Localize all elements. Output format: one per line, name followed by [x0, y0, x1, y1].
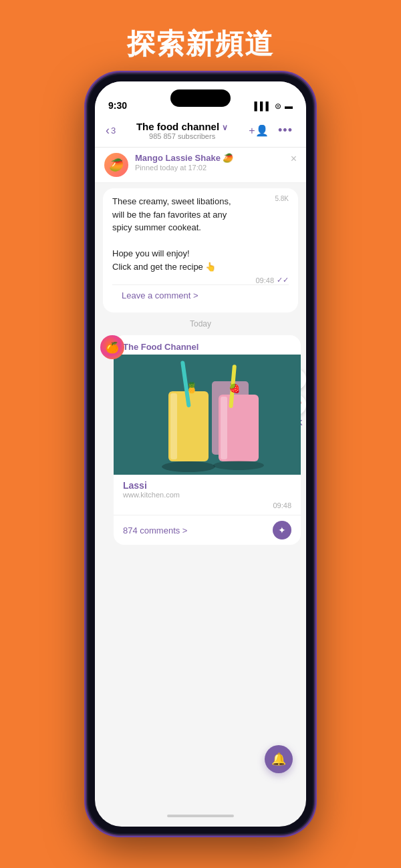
msg-line5: Hope you will enjoy! [112, 248, 190, 258]
pinned-content: Mango Lassie Shake 🥭 Pinned today at 17:… [135, 153, 297, 172]
more-icon: ••• [278, 124, 293, 138]
message-text: These creamy, sweet libations, will be t… [112, 195, 289, 273]
post-comments-row: 874 comments > ✦ [114, 515, 301, 545]
status-icons: ▌▌▌ ⊜ ▬ [254, 101, 293, 111]
add-member-button[interactable]: +👤 [249, 120, 269, 140]
post-content: The Food Channel [114, 335, 301, 545]
msg-line1: These creamy, sweet libations, [112, 196, 231, 206]
post-avatar-emoji: 🍊 [106, 341, 119, 354]
back-button[interactable]: ‹ 3 [106, 124, 116, 138]
date-divider: Today [95, 319, 306, 329]
first-message-bubble: 5.8K These creamy, sweet libations, will… [103, 188, 298, 312]
msg-line6: Click and get the recipe 👆 [112, 262, 216, 272]
msg-line3: spicy summer cookeat. [112, 222, 201, 232]
post-image: 🍍 🍓 [114, 355, 301, 475]
signal-icon: ▌▌▌ [254, 101, 271, 111]
svg-text:🍍: 🍍 [185, 381, 198, 394]
pinned-avatar: 🥭 [104, 153, 128, 177]
svg-point-12 [213, 461, 264, 470]
back-chevron-icon: ‹ [106, 124, 110, 138]
subscriber-count: 985 857 subscribers [116, 132, 249, 140]
message-check-icon: ✓✓ [277, 276, 289, 284]
post-link-title[interactable]: Lassi [123, 480, 291, 491]
msg-line2: will be the fan favorites at any [112, 210, 227, 220]
phone-frame: 9:30 ▌▌▌ ⊜ ▬ ‹ 3 The food channel ∨ [87, 73, 314, 835]
channel-post: 🍊 ❤️ 6.4K [100, 335, 301, 545]
channel-name[interactable]: The food channel ∨ [116, 121, 249, 132]
chat-area: 5.8K These creamy, sweet libations, will… [95, 183, 306, 550]
channel-header: ‹ 3 The food channel ∨ 985 857 subscribe… [95, 115, 306, 148]
add-member-icon: +👤 [249, 124, 268, 137]
notification-fab[interactable]: 🔔 [265, 745, 293, 773]
message-time-row: 09:48 ✓✓ [112, 276, 289, 284]
pinned-close-icon[interactable]: × [291, 153, 297, 165]
dynamic-island [170, 89, 231, 107]
header-center: The food channel ∨ 985 857 subscribers [116, 121, 249, 140]
pinned-subtitle: Pinned today at 17:02 [135, 164, 297, 172]
header-actions: +👤 ••• [249, 120, 295, 140]
post-footer: Lassi www.kitchen.com 09:48 [114, 475, 301, 515]
page-title: 探索新頻道 [0, 0, 401, 63]
svg-point-11 [162, 461, 215, 472]
home-bar [167, 815, 234, 817]
star-icon: ✦ [278, 525, 286, 535]
pinned-message-banner[interactable]: 🥭 Mango Lassie Shake 🥭 Pinned today at 1… [95, 148, 306, 183]
back-count: 3 [111, 126, 116, 136]
svg-rect-6 [221, 397, 227, 459]
pinned-title: Mango Lassie Shake 🥭 [135, 153, 297, 163]
svg-rect-4 [170, 393, 177, 459]
svg-text:🍓: 🍓 [229, 383, 241, 394]
post-avatar: 🍊 [100, 335, 124, 359]
smoothie-scene: 🍍 🍓 [114, 355, 301, 475]
more-options-button[interactable]: ••• [275, 120, 295, 140]
post-link-url: www.kitchen.com [123, 491, 291, 499]
battery-icon: ▬ [285, 101, 293, 111]
status-time: 9:30 [108, 100, 127, 111]
channel-name-text: The food channel [136, 121, 219, 132]
wifi-icon: ⊜ [275, 101, 281, 111]
phone-screen: 9:30 ▌▌▌ ⊜ ▬ ‹ 3 The food channel ∨ [95, 81, 306, 827]
dropdown-arrow-icon: ∨ [222, 123, 228, 132]
bookmark-button[interactable]: ✦ [273, 521, 291, 539]
post-sender: The Food Channel [114, 335, 301, 355]
comments-count[interactable]: 874 comments > [123, 525, 187, 535]
message-time: 09:48 [255, 276, 274, 284]
bell-icon: 🔔 [271, 752, 286, 767]
views-count: 5.8K [275, 195, 289, 202]
post-time: 09:48 [273, 501, 291, 509]
leave-comment-button[interactable]: Leave a comment > [112, 284, 289, 306]
post-time-row: 09:48 [123, 501, 291, 509]
